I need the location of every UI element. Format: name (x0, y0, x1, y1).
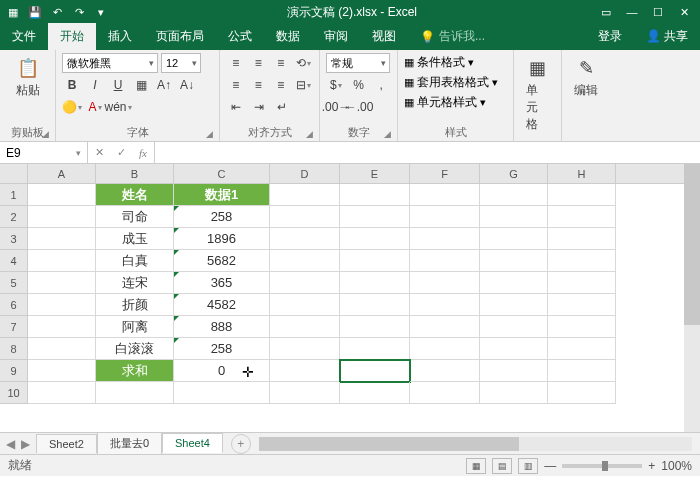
indent-increase-icon[interactable]: ⇥ (249, 97, 269, 117)
cell[interactable]: 姓名 (96, 184, 174, 206)
cell[interactable] (480, 338, 548, 360)
sheet-nav-prev-icon[interactable]: ◀ (6, 437, 15, 451)
row-header[interactable]: 8 (0, 338, 28, 360)
zoom-slider[interactable] (562, 464, 642, 468)
cell[interactable] (270, 294, 340, 316)
maximize-icon[interactable]: ☐ (646, 2, 670, 22)
spreadsheet-grid[interactable]: A B C D E F G H 1姓名数据12司命2583成玉18964白真56… (0, 164, 700, 432)
cell[interactable]: 258 (174, 338, 270, 360)
cell[interactable] (28, 316, 96, 338)
add-sheet-button[interactable]: + (231, 434, 251, 454)
fill-color-button[interactable]: 🟡 (62, 97, 82, 117)
cell[interactable]: 0 (174, 360, 270, 382)
tab-home[interactable]: 开始 (48, 23, 96, 50)
conditional-format-button[interactable]: ▦ 条件格式 ▾ (404, 54, 474, 71)
cell[interactable]: 求和 (96, 360, 174, 382)
cell[interactable]: 258 (174, 206, 270, 228)
tab-data[interactable]: 数据 (264, 23, 312, 50)
cell[interactable] (548, 294, 616, 316)
cell[interactable] (548, 316, 616, 338)
col-header[interactable]: E (340, 164, 410, 183)
cell[interactable] (480, 228, 548, 250)
row-header[interactable]: 6 (0, 294, 28, 316)
col-header[interactable]: C (174, 164, 270, 183)
cell[interactable] (480, 250, 548, 272)
cell[interactable] (270, 360, 340, 382)
sheet-tab-active[interactable]: Sheet4 (162, 433, 223, 453)
cell[interactable] (410, 272, 480, 294)
paste-button[interactable]: 📋 粘贴 (6, 52, 49, 103)
cell[interactable] (28, 338, 96, 360)
row-header[interactable]: 9 (0, 360, 28, 382)
merge-icon[interactable]: ⊟ (294, 75, 314, 95)
normal-view-icon[interactable]: ▦ (466, 458, 486, 474)
formula-bar[interactable] (154, 142, 700, 163)
zoom-level[interactable]: 100% (661, 459, 692, 473)
cell[interactable] (270, 250, 340, 272)
login-button[interactable]: 登录 (586, 23, 634, 50)
tab-file[interactable]: 文件 (0, 23, 48, 50)
wrap-text-icon[interactable]: ↵ (272, 97, 292, 117)
cell[interactable]: 折颜 (96, 294, 174, 316)
cells-button[interactable]: ▦单元格 (520, 52, 555, 137)
increase-decimal-icon[interactable]: .00→ (326, 97, 346, 117)
cell[interactable]: 4582 (174, 294, 270, 316)
enter-formula-icon[interactable]: ✓ (110, 142, 132, 163)
italic-button[interactable]: I (85, 75, 105, 95)
cancel-formula-icon[interactable]: ✕ (88, 142, 110, 163)
cell[interactable] (480, 294, 548, 316)
align-launcher-icon[interactable]: ◢ (306, 129, 316, 139)
sheet-tab[interactable]: Sheet2 (36, 434, 97, 453)
orientation-icon[interactable]: ⟲ (294, 53, 314, 73)
col-header[interactable]: G (480, 164, 548, 183)
cell[interactable] (174, 382, 270, 404)
cell[interactable] (548, 206, 616, 228)
cell[interactable] (270, 184, 340, 206)
underline-button[interactable]: U (108, 75, 128, 95)
cell[interactable] (548, 250, 616, 272)
cell[interactable] (340, 184, 410, 206)
redo-icon[interactable]: ↷ (70, 3, 88, 21)
col-header[interactable]: H (548, 164, 616, 183)
row-header[interactable]: 4 (0, 250, 28, 272)
cell[interactable]: 成玉 (96, 228, 174, 250)
cell[interactable] (480, 206, 548, 228)
zoom-in-icon[interactable]: + (648, 459, 655, 473)
align-left-icon[interactable]: ≡ (226, 75, 246, 95)
cell[interactable] (548, 382, 616, 404)
horizontal-scrollbar[interactable] (259, 437, 692, 451)
row-header[interactable]: 1 (0, 184, 28, 206)
cell[interactable] (410, 294, 480, 316)
cell[interactable]: 5682 (174, 250, 270, 272)
row-header[interactable]: 5 (0, 272, 28, 294)
name-box[interactable]: E9 (0, 142, 88, 163)
tab-review[interactable]: 审阅 (312, 23, 360, 50)
row-header[interactable]: 2 (0, 206, 28, 228)
cell[interactable] (340, 360, 410, 382)
cell[interactable] (340, 382, 410, 404)
col-header[interactable]: B (96, 164, 174, 183)
font-name-select[interactable]: 微软雅黑 (62, 53, 158, 73)
tab-page-layout[interactable]: 页面布局 (144, 23, 216, 50)
cell[interactable] (480, 360, 548, 382)
cell[interactable] (96, 382, 174, 404)
cell[interactable]: 白滚滚 (96, 338, 174, 360)
align-top-icon[interactable]: ≡ (226, 53, 246, 73)
row-header[interactable]: 7 (0, 316, 28, 338)
cell[interactable] (548, 360, 616, 382)
cell[interactable] (270, 228, 340, 250)
tab-insert[interactable]: 插入 (96, 23, 144, 50)
cell[interactable]: 司命 (96, 206, 174, 228)
cell[interactable] (28, 184, 96, 206)
cell[interactable] (270, 272, 340, 294)
cell[interactable] (270, 316, 340, 338)
cell[interactable] (28, 206, 96, 228)
tell-me-input[interactable]: 💡告诉我... (408, 23, 497, 50)
ribbon-options-icon[interactable]: ▭ (594, 2, 618, 22)
cell[interactable] (410, 316, 480, 338)
font-color-button[interactable]: A (85, 97, 105, 117)
qat-more-icon[interactable]: ▾ (92, 3, 110, 21)
page-layout-view-icon[interactable]: ▤ (492, 458, 512, 474)
cell[interactable] (340, 272, 410, 294)
cell[interactable] (270, 382, 340, 404)
